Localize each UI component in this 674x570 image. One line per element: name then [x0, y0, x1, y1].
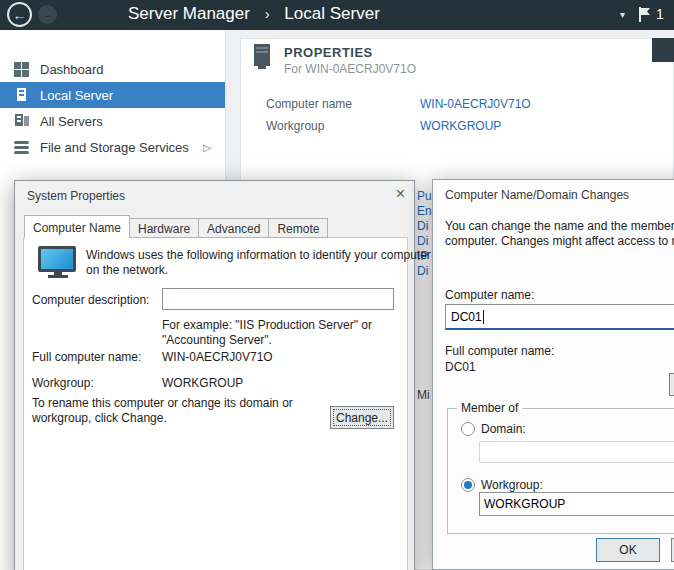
clipped-property-values: Pu En Di Di IP Di	[417, 189, 432, 294]
storage-icon	[14, 140, 30, 155]
breadcrumb-separator-icon: ›	[265, 5, 270, 22]
breadcrumb: Server Manager › Local Server	[128, 4, 380, 24]
sidebar-item-label: File and Storage Services	[40, 140, 189, 155]
sidebar-item-file-storage-services[interactable]: File and Storage Services ▷	[0, 134, 225, 160]
tabstrip: Computer Name Hardware Advanced Remote	[24, 215, 328, 238]
rename-hint-line2: workgroup, click Change.	[32, 411, 167, 425]
full-computer-name-value: WIN-0AECRJ0V71O	[162, 350, 273, 364]
ok-button[interactable]: OK	[596, 538, 660, 562]
computer-name-input-value: DC01	[451, 310, 482, 324]
back-arrow-icon: ←	[13, 8, 27, 22]
computer-description-input[interactable]	[162, 288, 394, 310]
sidebar-item-local-server[interactable]: Local Server	[0, 82, 225, 108]
tab-hardware[interactable]: Hardware	[130, 218, 199, 238]
dialog-title: Computer Name/Domain Changes	[445, 188, 629, 202]
topbar: ← → Server Manager › Local Server ▾ 1	[0, 0, 674, 30]
full-computer-name-label: Full computer name:	[445, 344, 554, 358]
clipped-value: Di	[417, 219, 432, 234]
sidebar-item-all-servers[interactable]: All Servers	[0, 108, 225, 134]
server-icon	[14, 88, 30, 103]
forward-button[interactable]: →	[38, 5, 57, 24]
computer-name-label: Computer name:	[445, 288, 534, 302]
clipped-value: Pu	[417, 189, 432, 204]
clipped-value: Di	[417, 264, 432, 279]
description-example-line2: "Accounting Server".	[162, 333, 272, 347]
intro-text-line2: on the network.	[86, 263, 168, 277]
tasks-control-fragment[interactable]	[652, 38, 674, 62]
workgroup-link[interactable]: WORKGROUP	[420, 119, 501, 133]
sidebar-item-label: Local Server	[40, 88, 113, 103]
tab-remote[interactable]: Remote	[269, 218, 328, 238]
servers-icon	[14, 114, 30, 129]
expand-arrow-icon[interactable]: ▷	[203, 142, 211, 153]
forward-arrow-icon: →	[42, 9, 53, 20]
server-manager-window: ← → Server Manager › Local Server ▾ 1 Da…	[0, 0, 674, 570]
tab-computer-name[interactable]: Computer Name	[24, 215, 130, 238]
workgroup-label: Workgroup	[266, 119, 324, 133]
full-computer-name-value: DC01	[445, 360, 476, 374]
sidebar-item-label: All Servers	[40, 114, 103, 129]
workgroup-value: WORKGROUP	[162, 376, 243, 390]
domain-radio-label[interactable]: Domain:	[481, 422, 526, 436]
change-intro-line1: You can change the name and the membersh…	[445, 219, 674, 233]
computer-name-input[interactable]: DC01	[445, 304, 674, 330]
intro-text-line1: Windows uses the following information t…	[86, 248, 431, 262]
dashboard-icon	[14, 62, 30, 77]
computer-name-domain-changes-dialog: Computer Name/Domain Changes You can cha…	[432, 179, 674, 570]
workgroup-radio-label[interactable]: Workgroup:	[481, 478, 543, 492]
clipped-value-dark: Mi	[417, 388, 432, 402]
tab-advanced[interactable]: Advanced	[199, 218, 269, 238]
sidebar-item-label: Dashboard	[40, 62, 104, 77]
chevron-down-icon[interactable]: ▾	[620, 9, 625, 20]
computer-name-tab-page: Windows uses the following information t…	[23, 237, 408, 570]
back-button[interactable]: ←	[7, 2, 32, 27]
computer-name-link[interactable]: WIN-0AECRJ0V71O	[420, 97, 531, 111]
computer-monitor-icon	[38, 246, 78, 278]
computer-name-label: Computer name	[266, 97, 352, 111]
server-tile-icon	[252, 44, 272, 74]
breadcrumb-app-title[interactable]: Server Manager	[128, 4, 250, 23]
clipped-value: Di	[417, 234, 432, 249]
workgroup-input[interactable]	[479, 492, 674, 516]
rename-hint-line1: To rename this computer or change its do…	[32, 396, 293, 410]
workgroup-label: Workgroup:	[32, 376, 94, 390]
workgroup-radio[interactable]	[461, 478, 475, 492]
description-example-line1: For example: "IIS Production Server" or	[162, 318, 372, 332]
breadcrumb-page-title: Local Server	[284, 4, 379, 23]
member-of-label: Member of	[457, 401, 522, 415]
properties-title: PROPERTIES	[284, 45, 373, 60]
change-button[interactable]: Change...	[330, 406, 394, 429]
properties-subtitle: For WIN-0AECRJ0V71O	[284, 62, 416, 76]
domain-radio[interactable]	[461, 422, 475, 436]
notifications-flag-icon[interactable]	[638, 7, 651, 22]
notification-count[interactable]: 1	[656, 6, 664, 22]
computer-description-label: Computer description:	[32, 293, 149, 307]
sidebar-item-dashboard[interactable]: Dashboard	[0, 56, 225, 82]
domain-input[interactable]	[479, 441, 674, 463]
system-properties-dialog: System Properties × Computer Name Hardwa…	[14, 180, 415, 570]
change-intro-line2: computer. Changes might affect access to…	[445, 234, 674, 248]
text-caret	[483, 310, 484, 324]
full-computer-name-label: Full computer name:	[32, 350, 141, 364]
dialog-title: System Properties	[27, 189, 125, 203]
clipped-value: En	[417, 204, 432, 219]
close-icon[interactable]: ×	[396, 186, 405, 202]
more-button-clipped[interactable]	[669, 373, 674, 396]
